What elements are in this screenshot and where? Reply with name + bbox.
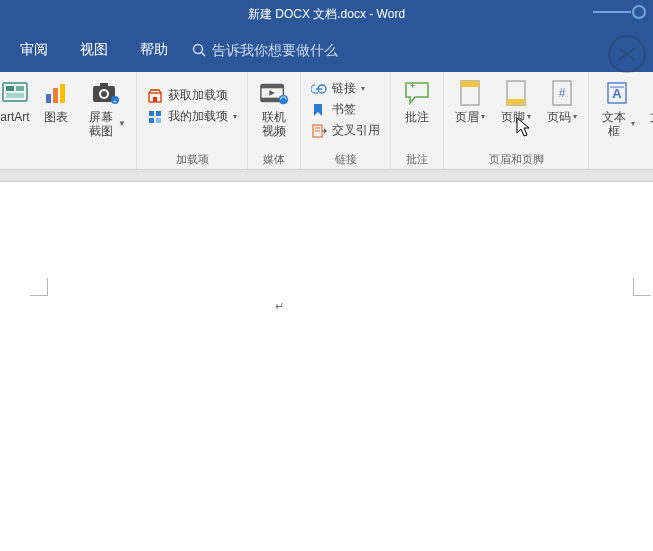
chevron-down-icon: ▾ <box>573 110 577 124</box>
footer-label: 页脚▾ <box>501 110 531 124</box>
svg-rect-23 <box>156 118 161 123</box>
tell-me-input[interactable] <box>212 42 392 58</box>
link-icon <box>311 81 327 97</box>
document-area[interactable]: ↵ <box>0 170 653 551</box>
addins-icon <box>147 109 163 125</box>
chevron-down-icon: ▾ <box>631 117 635 131</box>
footer-icon <box>501 78 531 108</box>
pagenum-icon: # <box>547 78 577 108</box>
svg-rect-21 <box>156 111 161 116</box>
chevron-down-icon: ▼ <box>118 117 126 131</box>
textbox-button[interactable]: A 文本框▾ <box>595 76 639 140</box>
group-title-media: 媒体 <box>263 151 285 167</box>
chevron-down-icon: ▾ <box>361 84 365 93</box>
svg-rect-38 <box>507 99 525 105</box>
svg-rect-10 <box>53 88 58 103</box>
online-video-button[interactable]: 联机视频 <box>254 76 294 140</box>
svg-point-14 <box>101 91 107 97</box>
svg-text:#: # <box>559 86 566 100</box>
svg-rect-22 <box>149 118 154 123</box>
svg-marker-27 <box>269 90 275 96</box>
svg-text:A: A <box>612 86 622 101</box>
window-title: 新建 DOCX 文档.docx - Word <box>248 6 405 23</box>
svg-rect-25 <box>261 85 284 89</box>
margin-corner-tl <box>30 278 48 296</box>
smartart-button[interactable]: artArt <box>0 76 30 126</box>
svg-rect-9 <box>46 94 51 103</box>
tab-view[interactable]: 视图 <box>66 33 122 67</box>
svg-rect-20 <box>149 111 154 116</box>
svg-rect-36 <box>461 81 479 87</box>
my-addins-button[interactable]: 我的加载项 ▾ <box>143 107 241 126</box>
svg-rect-7 <box>16 86 24 91</box>
svg-text:+: + <box>113 98 117 104</box>
page[interactable]: ↵ <box>0 182 653 551</box>
svg-line-4 <box>202 53 206 57</box>
group-title-links: 链接 <box>335 151 357 167</box>
svg-point-3 <box>194 45 203 54</box>
search-icon <box>192 43 206 57</box>
cross-reference-button[interactable]: 交叉引用 <box>307 121 384 140</box>
ruler[interactable] <box>0 170 653 182</box>
header-icon <box>455 78 485 108</box>
comment-button[interactable]: + 批注 <box>397 76 437 126</box>
comment-icon: + <box>402 78 432 108</box>
tab-review[interactable]: 审阅 <box>6 33 62 67</box>
quick-parts-button[interactable]: 文档 <box>645 76 653 126</box>
header-button[interactable]: 页眉▾ <box>450 76 490 126</box>
svg-rect-19 <box>153 97 157 102</box>
group-title-comments: 批注 <box>406 151 428 167</box>
margin-corner-tr <box>633 278 651 296</box>
watermark-icon <box>607 34 647 74</box>
chart-button[interactable]: 图表 <box>36 76 76 126</box>
svg-text:+: + <box>410 81 415 91</box>
paragraph-mark: ↵ <box>275 300 284 313</box>
textbox-icon: A <box>602 78 632 108</box>
store-icon <box>147 88 163 104</box>
video-icon <box>259 78 289 108</box>
bookmark-icon <box>311 102 327 118</box>
smartart-icon <box>0 78 30 108</box>
menu-bar: 审阅 视图 帮助 <box>0 28 653 72</box>
parts-icon <box>647 78 653 108</box>
svg-rect-8 <box>6 93 24 98</box>
svg-rect-6 <box>6 86 14 91</box>
footer-button[interactable]: 页脚▾ <box>496 76 536 126</box>
title-bar: 新建 DOCX 文档.docx - Word <box>0 0 653 28</box>
crossref-icon <box>311 123 327 139</box>
screenshot-button[interactable]: + 屏幕截图▼ <box>82 76 130 140</box>
svg-point-1 <box>633 6 645 18</box>
link-button[interactable]: 链接 ▾ <box>307 79 384 98</box>
online-video-label: 联机视频 <box>258 110 290 138</box>
comment-label: 批注 <box>405 110 429 124</box>
screenshot-label: 屏幕截图▼ <box>86 110 126 138</box>
get-addins-button[interactable]: 获取加载项 <box>143 86 241 105</box>
chart-icon <box>41 78 71 108</box>
svg-rect-11 <box>60 84 65 103</box>
pagenum-label: 页码▾ <box>547 110 577 124</box>
chevron-down-icon: ▾ <box>481 110 485 124</box>
link-decor-icon <box>593 2 647 22</box>
chevron-down-icon: ▾ <box>527 110 531 124</box>
chart-label: 图表 <box>44 110 68 124</box>
screenshot-icon: + <box>91 78 121 108</box>
tell-me-search[interactable] <box>192 42 392 58</box>
svg-rect-15 <box>100 83 108 87</box>
group-title-addins: 加载项 <box>176 151 209 167</box>
bookmark-button[interactable]: 书签 <box>307 100 384 119</box>
svg-rect-5 <box>3 83 27 101</box>
smartart-label: artArt <box>0 110 29 124</box>
chevron-down-icon: ▾ <box>233 112 237 121</box>
header-label: 页眉▾ <box>455 110 485 124</box>
ribbon: artArt 图表 + 屏幕截图▼ 获取加载项 <box>0 72 653 170</box>
page-number-button[interactable]: # 页码▾ <box>542 76 582 126</box>
group-title-headerfooter: 页眉和页脚 <box>489 151 544 167</box>
tab-help[interactable]: 帮助 <box>126 33 182 67</box>
textbox-label: 文本框▾ <box>599 110 635 138</box>
